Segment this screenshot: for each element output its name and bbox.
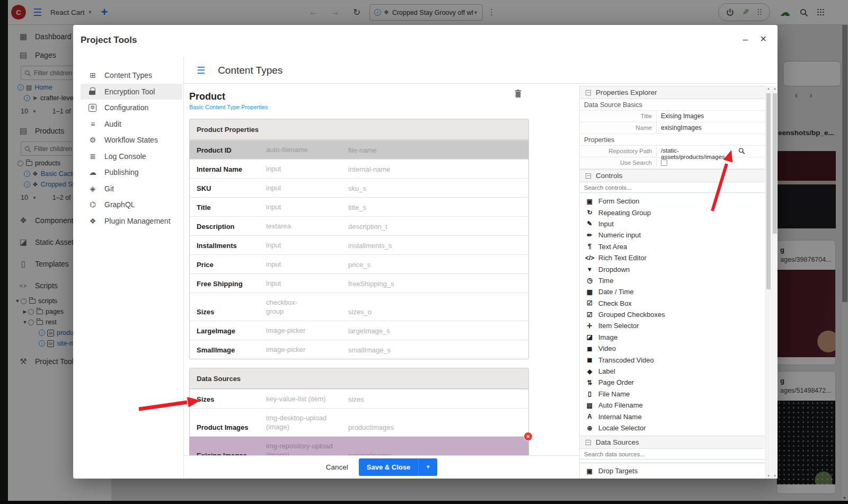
datasource-variable-name: productImages (348, 423, 528, 431)
properties-explorer-panel: Properties Explorer Data Source Basics T… (579, 86, 765, 479)
control-item[interactable]: ◪ Image (580, 332, 765, 343)
control-item[interactable]: ◷ Time (580, 275, 765, 286)
property-row[interactable]: Product ID auto-filename file-name (189, 140, 529, 159)
nav-item[interactable]: ☁ Publishing (81, 164, 182, 181)
title-field-value[interactable]: Exising Images (657, 111, 765, 122)
property-row[interactable]: SKU input sku_s (190, 178, 528, 197)
scroll-up-icon[interactable]: ▲ (773, 87, 776, 90)
collapse-icon[interactable] (586, 90, 591, 95)
scroll-down-icon[interactable]: ▼ (767, 474, 770, 478)
collapse-icon[interactable] (586, 440, 591, 445)
craftercms-studio-screen: C ☰ React Cart ▼ + ← → ↻ ! ❖ Cropped Sta… (0, 0, 848, 504)
collapse-icon[interactable] (586, 173, 591, 179)
control-item[interactable]: ¶ Text Area (580, 241, 765, 252)
property-row[interactable]: Sizes checkbox- group sizes_o (190, 293, 528, 321)
property-control-type: textarea (266, 222, 348, 231)
form-section-icon: ▣ (585, 198, 594, 205)
explorer-scrollbar[interactable]: ▲▼ (765, 86, 771, 479)
control-item[interactable]: ▯ File Name (580, 388, 765, 400)
types-menu-icon[interactable]: ☰ (197, 65, 205, 76)
property-row[interactable]: Price input price_s (190, 254, 528, 273)
control-item[interactable]: ☑ Grouped Checkboxes (580, 309, 765, 320)
dropdown-icon: ▾ (585, 266, 594, 273)
property-variable-name: largeImage_s (348, 327, 528, 335)
search-controls-input[interactable] (580, 182, 765, 193)
audit-icon: ≡ (87, 120, 98, 128)
property-row[interactable]: Installments input installments_s (190, 235, 528, 254)
dialog-scrollbar[interactable]: ▲▼ (772, 86, 778, 479)
configuration-icon: ⚙ (87, 103, 98, 112)
nav-item[interactable]: ⚙ Workflow States (81, 132, 182, 148)
control-item[interactable]: ⊕ Locale Selector (580, 422, 765, 434)
name-field-row[interactable]: Name exisingImages (580, 122, 765, 134)
control-item[interactable]: ⇅ Page Order (580, 377, 765, 388)
control-item[interactable]: ✎ Input (580, 218, 765, 229)
lock-icon (87, 87, 98, 96)
nav-item[interactable]: ⚙ Configuration (81, 100, 182, 116)
control-item[interactable]: ▣ Form Section (580, 196, 765, 207)
control-item[interactable]: ▾ Dropdown (580, 263, 765, 275)
control-item[interactable]: ◆ Label (580, 366, 765, 377)
datasource-row[interactable]: Sizes key-value-list (item) sizes ✕ (190, 389, 528, 408)
drop-targets-item[interactable]: ▣ Drop Targets (580, 463, 765, 479)
use-search-field-row[interactable]: Use Search (580, 157, 765, 169)
control-item[interactable]: ◼ Video (580, 343, 765, 354)
search-data-sources-input[interactable] (580, 449, 765, 459)
control-item[interactable]: ▦ Date / Time (580, 286, 765, 297)
nav-item[interactable]: ≣ Log Console (81, 148, 182, 165)
repository-path-value[interactable]: /static-assets/products/images (657, 146, 765, 157)
control-item[interactable]: ✛ Item Selector (580, 320, 765, 331)
property-variable-name: sizes_o (348, 308, 528, 316)
property-row[interactable]: LargeImage image-picker largeImage_s (190, 321, 528, 340)
control-item[interactable]: ↻ Repeating Group (580, 207, 765, 218)
save-options-caret-icon[interactable]: ▼ (418, 458, 437, 476)
close-icon[interactable]: ✕ (760, 34, 767, 44)
nav-item[interactable]: ≡ Audit (81, 116, 182, 132)
data-sources-header[interactable]: Data Sources (580, 436, 765, 449)
plugin-management-icon: ❖ (87, 217, 98, 225)
property-row[interactable]: Title input title_s (190, 197, 528, 216)
content-types-toolbar: ☰ Content Types (184, 57, 778, 84)
auto-filename-icon: ▨ (585, 402, 594, 409)
datasource-row[interactable]: Product Images img-desktop-upload (image… (190, 408, 528, 436)
control-item[interactable]: A Internal Name (580, 411, 765, 422)
drop-targets-icon: ▣ (585, 467, 594, 475)
scrollbar-thumb[interactable] (773, 93, 777, 234)
nav-item[interactable]: ❖ Plugin Management (81, 213, 182, 229)
nav-item[interactable]: Encryption Tool (81, 84, 182, 100)
browse-path-search-icon[interactable] (738, 147, 745, 154)
property-row[interactable]: Internal Name input internal-name (190, 159, 528, 178)
nav-item[interactable]: ⊞ Content Types (81, 67, 182, 84)
properties-explorer-header[interactable]: Properties Explorer (580, 86, 765, 99)
control-item[interactable]: ◼ Transcoded Video (580, 354, 765, 365)
save-and-close-button[interactable]: Save & Close ▼ (359, 458, 437, 476)
scrollbar-thumb[interactable] (766, 93, 771, 289)
property-label: Installments (190, 242, 266, 250)
property-row[interactable]: SmallImage image-picker smallImage_s (190, 340, 528, 359)
control-item[interactable]: ☑ Check Box (580, 298, 765, 309)
window-bottom-edge (0, 501, 848, 504)
delete-type-icon[interactable] (514, 89, 522, 98)
cancel-button[interactable]: Cancel (326, 463, 348, 471)
control-item[interactable]: </> Rich Text Editor (580, 252, 765, 263)
property-row[interactable]: Description textarea description_t (190, 216, 528, 235)
repository-path-field-row[interactable]: Repository Path /static-assets/products/… (580, 146, 765, 157)
nav-item[interactable]: ◈ Git (81, 181, 182, 197)
property-control-type: input (266, 260, 348, 269)
use-search-checkbox[interactable] (661, 160, 667, 166)
remove-datasource-button[interactable]: ✕ (524, 432, 533, 441)
property-row[interactable]: Free Shipping input freeShipping_s (190, 273, 528, 293)
basic-properties-link[interactable]: Basic Content Type Properties (189, 104, 579, 110)
control-item[interactable]: ✏ Numeric input (580, 229, 765, 241)
tool-title: Content Types (218, 65, 282, 76)
property-control-type: input (266, 202, 348, 211)
title-field-row[interactable]: Title Exising Images (580, 111, 765, 122)
control-item[interactable]: ▨ Auto Filename (580, 400, 765, 411)
name-field-value[interactable]: exisingImages (657, 122, 765, 134)
scroll-up-icon[interactable]: ▲ (767, 87, 770, 90)
scroll-down-icon[interactable]: ▼ (773, 474, 776, 478)
label-icon: ◆ (585, 368, 594, 375)
nav-item[interactable]: ⌬ GraphQL (81, 197, 182, 213)
minimize-icon[interactable]: – (743, 34, 748, 45)
controls-header[interactable]: Controls (580, 169, 765, 182)
